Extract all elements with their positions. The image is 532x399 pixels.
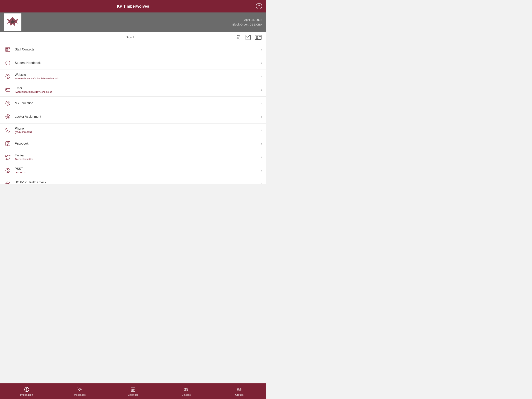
list-item-chevron: ›	[261, 155, 262, 159]
svg-point-19	[6, 74, 10, 78]
svg-rect-6	[255, 35, 261, 39]
list-item-chevron: ›	[261, 115, 262, 119]
list-item-locker-assignment[interactable]: Locker Assignment ›	[0, 110, 266, 123]
signin-text[interactable]: Sign In	[27, 36, 234, 39]
checklist-button[interactable]	[244, 34, 252, 41]
info-icon	[4, 59, 12, 67]
list-item-bc-health-check[interactable]: BC K-12 Health Check Health Check ›	[0, 177, 266, 184]
facebook-icon	[4, 140, 12, 148]
external-link-icon	[4, 72, 12, 80]
list-item-title: PSST	[15, 167, 259, 171]
svg-rect-21	[6, 89, 10, 91]
list-item-subtitle: kwantlenpark@SurreySchools.ca	[15, 90, 259, 93]
svg-rect-26	[6, 142, 10, 146]
staff-contacts-icon	[4, 45, 12, 53]
phone-icon	[4, 126, 12, 134]
app-title: KP Timberwolves	[117, 4, 149, 9]
email-icon	[4, 86, 12, 94]
list-item-chevron: ›	[261, 48, 262, 52]
svg-point-27	[6, 168, 10, 173]
top-bar: KP Timberwolves ?	[0, 0, 266, 13]
list-item-subtitle: (604) 588-6934	[15, 131, 259, 134]
list-item-subtitle: @ecolekwantlen	[15, 158, 259, 161]
list-item-title: MYEducation	[15, 102, 259, 105]
list-item-subtitle: surreyschools.ca/schools/kwantlenpark	[15, 77, 259, 80]
list-item-student-handbook[interactable]: Student Handbook ›	[0, 56, 266, 70]
user-settings-button[interactable]	[234, 34, 242, 41]
list-item-title: Facebook	[15, 142, 259, 145]
toolbar-icons	[234, 34, 262, 41]
list-item-chevron: ›	[261, 74, 262, 78]
list-item-title: Twitter	[15, 154, 259, 157]
list-item-website[interactable]: Website surreyschools.ca/schools/kwantle…	[0, 70, 266, 83]
list-item-chevron: ›	[261, 128, 262, 132]
list-item-title: Staff Contacts	[15, 48, 259, 51]
svg-point-7	[256, 36, 258, 38]
list-item-chevron: ›	[261, 61, 262, 65]
list-item-title: BC K-12 Health Check	[15, 180, 259, 184]
svg-point-12	[6, 48, 8, 50]
svg-point-1	[237, 35, 239, 37]
list-item-title: Phone	[15, 127, 259, 130]
list-item-title: Locker Assignment	[15, 115, 259, 118]
school-date-info: April 28, 2022 Block Order: D2 DCBA	[232, 18, 262, 27]
svg-point-24	[6, 115, 10, 119]
list-item-psst[interactable]: PSST psst-bc.ca ›	[0, 164, 266, 177]
list-item-title: Student Handbook	[15, 61, 259, 65]
school-logo-image	[5, 15, 20, 30]
list-item-chevron: ›	[261, 168, 262, 173]
svg-rect-11	[6, 47, 10, 52]
signin-bar: Sign In	[0, 32, 266, 43]
list-item-facebook[interactable]: Facebook ›	[0, 137, 266, 150]
list-item-title: Website	[15, 73, 259, 77]
list-item-twitter[interactable]: Twitter @ecolekwantlen ›	[0, 150, 266, 164]
list-item-chevron: ›	[261, 88, 262, 92]
id-card-button[interactable]	[254, 34, 262, 41]
list-item-email[interactable]: Email kwantlenpark@SurreySchools.ca ›	[0, 83, 266, 97]
list-item-phone[interactable]: Phone (604) 588-6934 ›	[0, 123, 266, 137]
list-item-myeducation[interactable]: MYEducation ›	[0, 97, 266, 110]
list-item-subtitle: psst-bc.ca	[15, 171, 259, 174]
help-button[interactable]: ?	[256, 3, 262, 9]
external-link-icon	[4, 99, 12, 107]
svg-point-18	[8, 62, 8, 62]
list-item-chevron: ›	[261, 182, 262, 184]
svg-point-22	[6, 101, 10, 105]
external-link-icon	[4, 167, 12, 174]
external-link-icon	[4, 113, 12, 121]
list-item-chevron: ›	[261, 101, 262, 105]
list-item-staff-contacts[interactable]: Staff Contacts ›	[0, 43, 266, 56]
twitter-icon	[4, 153, 12, 161]
external-link-icon	[4, 180, 12, 184]
list-item-title: Email	[15, 86, 259, 90]
list-item-chevron: ›	[261, 142, 262, 146]
info-list: Staff Contacts › Student Handbook ›	[0, 43, 266, 184]
school-banner: April 28, 2022 Block Order: D2 DCBA	[0, 13, 266, 32]
school-logo	[4, 13, 21, 31]
